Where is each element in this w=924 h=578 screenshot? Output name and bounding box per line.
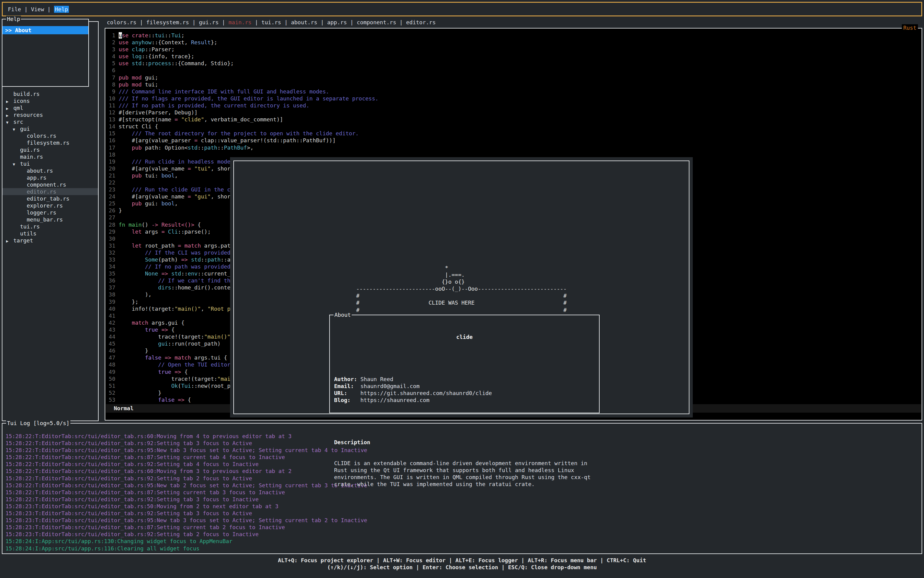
tree-item-utils[interactable]: utils [2, 230, 98, 237]
code-token: /// Run clide in headless mode. [119, 158, 234, 165]
tree-item-explorer-rs[interactable]: explorer.rs [2, 202, 98, 209]
code-token: fn main [119, 221, 142, 228]
tab-app-rs[interactable]: app.rs [327, 19, 347, 26]
tree-item-about-rs[interactable]: about.rs [2, 167, 98, 174]
code-token: match [132, 320, 148, 326]
code-token: args [142, 229, 161, 235]
line-number: 22 [109, 179, 115, 186]
code-token [171, 369, 174, 375]
tree-item-resources[interactable]: ▶resources [2, 111, 98, 119]
menu-item-file[interactable]: File [8, 6, 21, 13]
tab-separator: | [396, 19, 406, 26]
code-token: :: [217, 144, 224, 151]
code-token: path: Option< [142, 144, 188, 151]
about-field-email: Email: shaunrd0@gmail.com [334, 383, 595, 390]
code-line: 8pub mod tui; [109, 81, 922, 88]
code-token [119, 320, 132, 326]
tree-item-icons[interactable]: ▶icons [2, 97, 98, 104]
line-number: 9 [109, 88, 115, 95]
tab-colors-rs[interactable]: colors.rs [107, 19, 136, 26]
code-token: >, [247, 144, 254, 151]
code-token: ::Parser; [145, 46, 175, 52]
menu-item-about[interactable]: >> About [2, 26, 88, 34]
line-number: 10 [109, 95, 115, 102]
code-token: /// Run the clide GUI in the cu [119, 186, 234, 193]
tree-item-label: utils [20, 230, 36, 237]
tree-item-src[interactable]: ▼src [2, 119, 98, 125]
line-number: 21 [109, 172, 115, 179]
code-token: info!(target: [119, 305, 174, 312]
tab-gui-rs[interactable]: gui.rs [199, 19, 219, 26]
line-number: 39 [109, 298, 115, 305]
tree-item-build-rs[interactable]: build.rs [2, 91, 98, 97]
about-field-label: URL: [334, 390, 347, 396]
code-token: clap [132, 46, 145, 52]
tab-about-rs[interactable]: about.rs [291, 19, 317, 26]
about-field-blog: Blog: https://shaunreed.com [334, 396, 595, 404]
chevron-down-icon: ▼ [13, 161, 20, 168]
line-number: 37 [109, 284, 115, 291]
code-token: , [201, 305, 208, 312]
line-number: 12 [109, 109, 115, 116]
tree-item-gui[interactable]: ▼gui [2, 125, 98, 132]
description-title: Description [334, 439, 595, 446]
code-token: std [188, 144, 198, 151]
tree-item-gui-rs[interactable]: gui.rs [2, 146, 98, 153]
tab-separator: | [347, 19, 357, 26]
code-token [168, 270, 171, 277]
log-entry-trace: 15:28:23:T:EditorTab:src/tui/editor_tab.… [5, 510, 922, 517]
code-token [129, 39, 132, 45]
code-token: trace!(target: [119, 376, 217, 382]
about-box: About clide Author: Shaun ReedEmail: sha… [329, 315, 599, 413]
tree-item-label: gui.rs [20, 146, 40, 153]
line-number: 46 [109, 347, 115, 354]
tree-item-label: build.rs [13, 91, 40, 97]
log-entry-info: 15:28:24:I:App:src/tui/app.rs:130:Changi… [5, 537, 922, 545]
code-token [165, 229, 168, 235]
code-token: /// If no flags are provided, the GUI ed… [119, 95, 378, 102]
log-entry-trace: 15:28:23:T:EditorTab:src/tui/editor_tab.… [5, 503, 922, 510]
tree-item-target[interactable]: ▶target [2, 237, 98, 244]
tree-item-filesystem-rs[interactable]: filesystem.rs [2, 139, 98, 146]
menu-item-help[interactable]: Help [54, 6, 69, 13]
tab-tui-rs[interactable]: tui.rs [261, 19, 281, 26]
tab-filesystem-rs[interactable]: filesystem.rs [146, 19, 189, 26]
tree-item-main-rs[interactable]: main.rs [2, 153, 98, 160]
code-token: :: [198, 144, 204, 151]
menu-item-view[interactable]: View [31, 6, 44, 13]
line-number: 15 [109, 130, 115, 137]
tree-item-tui-rs[interactable]: tui.rs [2, 223, 98, 230]
code-token: log [132, 53, 142, 60]
line-number: 20 [109, 165, 115, 172]
tree-item-tui[interactable]: ▼tui [2, 160, 98, 167]
code-token: } [119, 207, 122, 214]
code-token: ), [119, 291, 151, 298]
tab-main-rs[interactable]: main.rs [229, 19, 252, 26]
line-number: 17 [109, 144, 115, 151]
tree-item-colors-rs[interactable]: colors.rs [2, 132, 98, 139]
menu-separator: | [44, 6, 54, 13]
tab-component-rs[interactable]: component.rs [357, 19, 396, 26]
code-token [119, 354, 145, 361]
tree-item-qml[interactable]: ▶qml [2, 104, 98, 111]
tree-item-menu-bar-rs[interactable]: menu_bar.rs [2, 216, 98, 223]
line-number: 14 [109, 123, 115, 130]
tree-item-label: src [13, 119, 23, 125]
tree-item-editor-rs[interactable]: editor.rs [2, 188, 98, 195]
tab-editor-rs[interactable]: editor.rs [406, 19, 436, 26]
code-token: => [178, 396, 185, 403]
tree-item-component-rs[interactable]: component.rs [2, 181, 98, 188]
tree-item-logger-rs[interactable]: logger.rs [2, 209, 98, 216]
description-line: environments. The GUI is written in QML … [334, 474, 595, 481]
tree-item-label: main.rs [20, 154, 43, 160]
about-box-title: About [333, 312, 352, 318]
code-token: = [161, 229, 165, 235]
code-token: trace!(target: [119, 333, 204, 340]
code-token [191, 166, 194, 172]
code-token: "clide" [181, 116, 204, 123]
tree-item-app-rs[interactable]: app.rs [2, 174, 98, 181]
tree-item-editor-tab-rs[interactable]: editor_tab.rs [2, 195, 98, 202]
line-number: 26 [109, 207, 115, 214]
code-line: 16 #[arg(value_parser = clap::value_pars… [109, 137, 922, 144]
code-token: = [188, 193, 191, 200]
